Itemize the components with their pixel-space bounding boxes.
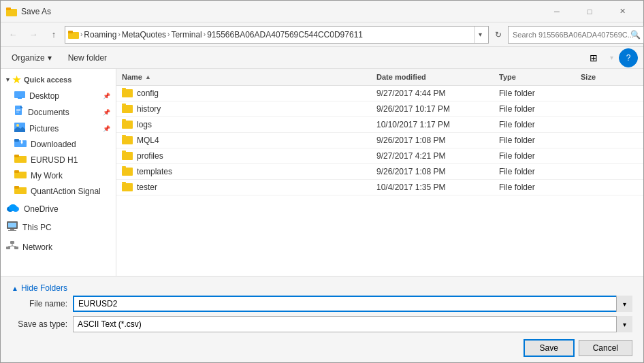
- sidebar-item-downloaded-label: Downloaded: [31, 140, 76, 149]
- sidebar-item-desktop-label: Desktop: [29, 91, 59, 101]
- svg-point-25: [9, 204, 17, 211]
- breadcrumb-item-roaming[interactable]: Roaming: [84, 30, 116, 40]
- file-name: history: [137, 104, 161, 114]
- file-cell-extra: [630, 180, 643, 195]
- table-row[interactable]: tester 10/4/2017 1:35 PM File folder: [116, 180, 643, 195]
- sidebar-item-network[interactable]: Network: [1, 238, 116, 255]
- file-cell-size: [575, 86, 630, 101]
- table-row[interactable]: history 9/26/2017 10:17 PM File folder: [116, 101, 643, 117]
- col-header-size[interactable]: Size: [575, 70, 630, 84]
- save-button[interactable]: Save: [524, 339, 575, 357]
- file-rows-container: config 9/27/2017 4:44 PM File folder his…: [116, 86, 643, 195]
- table-row[interactable]: logs 10/10/2017 1:17 PM File folder: [116, 117, 643, 133]
- table-row[interactable]: MQL4 9/26/2017 1:08 PM File folder: [116, 133, 643, 148]
- minimize-button[interactable]: ─: [541, 1, 573, 22]
- folder-row-icon: [122, 152, 133, 160]
- sidebar: ▾ ★ Quick access Desktop 📌 Documents: [1, 69, 116, 276]
- cancel-button[interactable]: Cancel: [579, 340, 632, 356]
- table-row[interactable]: templates 9/26/2017 1:08 PM File folder: [116, 164, 643, 180]
- col-header-name-label: Name: [122, 73, 142, 81]
- file-cell-name: tester: [116, 180, 371, 195]
- sidebar-item-onedrive[interactable]: OneDrive: [1, 202, 116, 216]
- up-button[interactable]: ↑: [44, 25, 63, 44]
- svg-rect-20: [14, 170, 19, 173]
- file-cell-extra: [630, 148, 643, 163]
- search-input[interactable]: [508, 26, 644, 44]
- svg-line-35: [12, 246, 16, 247]
- file-cell-extra: [630, 133, 643, 148]
- svg-rect-4: [14, 91, 25, 98]
- address-dropdown-button[interactable]: ▾: [474, 26, 485, 44]
- svg-rect-18: [14, 155, 19, 157]
- sidebar-item-downloaded[interactable]: Downloaded: [1, 136, 116, 152]
- svg-marker-7: [20, 106, 23, 108]
- pictures-icon: [14, 123, 25, 134]
- filename-input[interactable]: [73, 296, 632, 312]
- breadcrumb-item-terminal[interactable]: Terminal: [171, 30, 202, 40]
- file-cell-date: 9/27/2017 4:44 PM: [371, 86, 494, 101]
- file-cell-name: MQL4: [116, 133, 371, 148]
- svg-point-12: [16, 124, 19, 127]
- sidebar-item-eurusd[interactable]: EURUSD H1: [1, 152, 116, 168]
- save-as-dialog: Save As ─ □ ✕ ← → ↑ › Roaming › MetaQuot…: [0, 0, 644, 363]
- organize-button[interactable]: Organize ▾: [6, 52, 57, 64]
- forward-button[interactable]: →: [24, 25, 43, 44]
- svg-rect-9: [16, 110, 20, 111]
- new-folder-button[interactable]: New folder: [63, 52, 112, 64]
- hide-folders-chevron-icon: ▲: [12, 285, 18, 292]
- maximize-button[interactable]: □: [574, 1, 605, 22]
- view-button[interactable]: ⊞: [583, 48, 605, 67]
- col-header-name[interactable]: Name ▲: [116, 70, 371, 84]
- sidebar-item-mywork[interactable]: My Work: [1, 168, 116, 183]
- svg-rect-22: [14, 186, 19, 189]
- refresh-button[interactable]: ↻: [490, 26, 506, 44]
- sidebar-item-pictures[interactable]: Pictures 📌: [1, 121, 116, 136]
- help-button[interactable]: ?: [619, 48, 638, 67]
- filename-input-wrapper: ▾: [73, 296, 632, 312]
- pin-icon-documents: 📌: [103, 109, 110, 116]
- saveas-select[interactable]: ASCII Text (*.csv): [73, 316, 632, 332]
- table-row[interactable]: profiles 9/27/2017 4:21 PM File folder: [116, 148, 643, 164]
- file-cell-date: 9/27/2017 4:21 PM: [371, 148, 494, 163]
- saveas-row: Save as type: ASCII Text (*.csv) ▾: [12, 316, 632, 332]
- col-header-date-label: Date modified: [376, 73, 426, 81]
- close-button[interactable]: ✕: [607, 1, 638, 22]
- breadcrumb-item-guid[interactable]: 915566BA06ADA407569C544CC0D97611: [207, 30, 363, 40]
- sidebar-item-quantaction[interactable]: QuantAction Signal: [1, 183, 116, 199]
- svg-rect-3: [68, 31, 73, 33]
- file-cell-date: 10/10/2017 1:17 PM: [371, 117, 494, 132]
- svg-rect-28: [10, 229, 14, 230]
- title-controls: ─ □ ✕: [541, 1, 638, 22]
- svg-rect-32: [14, 247, 18, 249]
- sidebar-item-onedrive-label: OneDrive: [24, 204, 59, 214]
- col-header-size-label: Size: [581, 73, 596, 81]
- sidebar-item-documents-label: Documents: [28, 108, 69, 117]
- back-button[interactable]: ←: [3, 25, 22, 44]
- quick-access-label: Quick access: [24, 76, 71, 84]
- svg-line-34: [8, 246, 12, 247]
- address-bar[interactable]: › Roaming › MetaQuotes › Terminal › 9155…: [65, 26, 489, 44]
- hide-folders-label: Hide Folders: [21, 283, 67, 293]
- col-header-type[interactable]: Type: [494, 70, 575, 84]
- file-cell-extra: [630, 117, 643, 132]
- sidebar-item-mywork-label: My Work: [31, 171, 63, 180]
- sidebar-item-desktop[interactable]: Desktop 📌: [1, 88, 116, 104]
- documents-icon: [14, 106, 24, 119]
- dialog-title: Save As: [21, 7, 51, 16]
- sidebar-item-eurusd-label: EURUSD H1: [31, 155, 78, 165]
- folder-row-icon: [122, 105, 133, 113]
- hide-folders-button[interactable]: ▲ Hide Folders: [12, 283, 67, 293]
- file-cell-type: File folder: [494, 133, 575, 148]
- col-header-type-label: Type: [499, 73, 516, 81]
- file-name: config: [137, 89, 159, 98]
- col-header-date[interactable]: Date modified: [371, 70, 494, 84]
- breadcrumb-item-metaquotes[interactable]: MetaQuotes: [122, 30, 166, 40]
- folder-row-icon: [122, 121, 133, 129]
- sidebar-item-documents[interactable]: Documents 📌: [1, 104, 116, 121]
- sidebar-item-network-label: Network: [22, 242, 52, 252]
- quick-access-chevron-icon: ▾: [6, 76, 10, 83]
- file-cell-name: history: [116, 101, 371, 116]
- downloaded-folder-icon: [14, 138, 27, 150]
- table-row[interactable]: config 9/27/2017 4:44 PM File folder: [116, 86, 643, 101]
- sidebar-item-thispc[interactable]: This PC: [1, 219, 116, 236]
